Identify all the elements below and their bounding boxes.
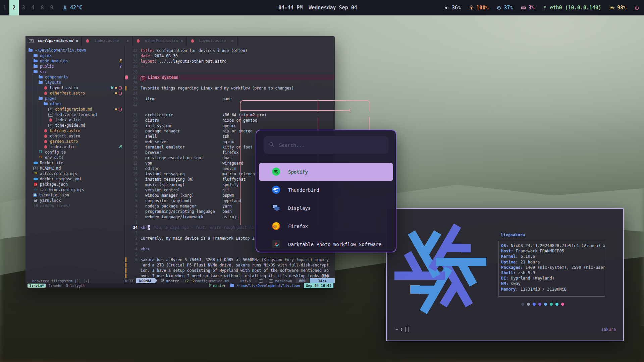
fastfetch-uptime: Uptime: 21 hours bbox=[501, 259, 605, 265]
git-branch: master bbox=[166, 278, 179, 284]
buffer-line[interactable]: 6sakura has a Ryzen 5 7640U, 32GB of DDR… bbox=[25, 257, 335, 262]
palette-dot-0 bbox=[521, 303, 524, 306]
nixos-logo bbox=[391, 217, 489, 322]
buffer-line[interactable]: 25Favorite things regarding Linux and my… bbox=[25, 85, 335, 91]
workspace-2[interactable]: 2 bbox=[9, 0, 19, 15]
brightness-value: 100% bbox=[476, 5, 488, 11]
buffer-line[interactable]: 31date: 2024-08-30 bbox=[25, 53, 335, 59]
network-icon bbox=[542, 5, 547, 10]
battery-value: 98% bbox=[617, 5, 626, 11]
cpu-module[interactable]: 37% bbox=[496, 5, 513, 11]
buffer-line[interactable]: 24 bbox=[25, 91, 335, 96]
spotify-icon bbox=[272, 167, 280, 177]
volume-module[interactable]: 36% bbox=[444, 5, 461, 11]
memory-module[interactable]: 3% bbox=[521, 5, 534, 11]
launcher-item-thunderbird[interactable]: Thunderbird bbox=[259, 181, 393, 199]
launcher-item-label: Spotify bbox=[288, 169, 308, 175]
tab-configuration.md[interactable]: Mconfiguration.md× bbox=[25, 36, 82, 46]
tmux-tab-1:nvim*[interactable]: 1:nvim* bbox=[28, 284, 46, 288]
buffer-line[interactable]: 271Linux systems bbox=[25, 75, 335, 80]
diff-added: +2 bbox=[184, 278, 189, 284]
power-icon bbox=[634, 5, 639, 10]
buffer-line[interactable] bbox=[25, 107, 335, 112]
tab-label: configuration.md bbox=[38, 38, 73, 44]
network-value: eth0 (10.0.0.140) bbox=[550, 5, 601, 11]
diff-changed: ~2 bbox=[191, 278, 195, 284]
temperature-module[interactable]: 42°C bbox=[62, 5, 82, 11]
launcher-item-spotify[interactable]: Spotify bbox=[259, 163, 393, 181]
app-launcher: SpotifyThunderbirdDisplaysFirefoxDarktab… bbox=[256, 130, 396, 252]
clock-date: Wednesday Sep 04 bbox=[309, 5, 357, 11]
buffer-line[interactable]: 23itemname bbox=[25, 96, 335, 102]
palette-dot-6 bbox=[555, 303, 558, 306]
palette-dot-3 bbox=[538, 303, 541, 306]
displays-icon bbox=[272, 203, 280, 213]
tmux-tabs: 1:nvim*2:node-3:lazygit bbox=[25, 283, 85, 288]
tmux-tab-3:lazygit[interactable]: 3:lazygit bbox=[66, 284, 85, 288]
close-icon[interactable]: × bbox=[126, 38, 129, 44]
git-branch-icon bbox=[161, 278, 165, 284]
workspace-9[interactable]: 9 bbox=[47, 0, 56, 15]
fastfetch-de: DE: Hyprland (Wayland) bbox=[501, 276, 605, 281]
buffer-line[interactable]: 22 bbox=[25, 102, 335, 107]
network-module[interactable]: eth0 (10.0.0.140) bbox=[542, 5, 601, 11]
workspace-3[interactable]: 3 bbox=[19, 0, 28, 15]
folder-icon bbox=[230, 284, 234, 288]
palette-dot-1 bbox=[527, 303, 530, 306]
tmux-status-bar: 1:nvim*2:node-3:lazygit master /home/liv… bbox=[25, 283, 335, 288]
launcher-item-displays[interactable]: Displays bbox=[259, 199, 393, 217]
workspace-switcher: 123489 bbox=[0, 0, 56, 15]
tmux-cwd: /home/liv/Development/liv.town bbox=[230, 283, 300, 288]
tmux-git-branch: master bbox=[208, 283, 226, 288]
buffer-line[interactable]: 19init systemopenrc bbox=[25, 123, 335, 128]
close-icon[interactable]: × bbox=[76, 38, 78, 44]
tmux-tab-2:node-[interactable]: 2:node- bbox=[48, 284, 63, 288]
fastfetch-shell: Shell: zsh 5.9 bbox=[501, 270, 605, 276]
buffer-line[interactable]: 5 bbox=[25, 252, 335, 257]
workspace-1[interactable]: 1 bbox=[0, 0, 9, 15]
workspace-8[interactable]: 8 bbox=[38, 0, 47, 15]
mode-indicator: NORMAL bbox=[136, 278, 155, 283]
close-icon[interactable]: × bbox=[231, 38, 234, 44]
buffer-line[interactable]: 29--- bbox=[25, 64, 335, 69]
buffer-line[interactable]: 21architecturex86_64 (rip m2 pro) bbox=[25, 112, 335, 118]
memory-icon bbox=[521, 5, 526, 10]
buffer-line[interactable]: 28 bbox=[25, 69, 335, 75]
prompt-text: ~ ❯ bbox=[395, 327, 403, 332]
fastfetch-os: OS: NixOS 24.11.20240828.71e91c4 (Vicuna… bbox=[501, 243, 605, 248]
fastfetch-info-box: OS: NixOS 24.11.20240828.71e91c4 (Vicuna… bbox=[498, 241, 605, 297]
buffer-line[interactable]: 32title: configuration for devices i use… bbox=[25, 48, 335, 53]
buffer-line[interactable]: and a 2TB (Crucial P5 Plus) NVMe drive. … bbox=[25, 262, 335, 268]
firefox-icon bbox=[272, 222, 280, 231]
volume-icon bbox=[444, 5, 449, 10]
git-branch-icon bbox=[208, 283, 212, 288]
palette-dot-4 bbox=[544, 303, 547, 306]
brightness-module[interactable]: 100% bbox=[469, 5, 488, 11]
battery-module[interactable]: 98% bbox=[609, 5, 626, 11]
launcher-item-darktable[interactable]: Darktable Photo Workflow Software bbox=[259, 235, 393, 252]
buffer-line[interactable]: 30layout: ../../layouts/otherPost.astro bbox=[25, 59, 335, 64]
brightness-icon bbox=[469, 5, 474, 10]
tab-index.astro[interactable]: index.astro× bbox=[82, 36, 132, 46]
tab-otherPost.astro[interactable]: otherPost.astro× bbox=[132, 36, 187, 46]
launcher-item-firefox[interactable]: Firefox bbox=[259, 217, 393, 235]
workspace-4[interactable]: 4 bbox=[28, 0, 38, 15]
cpu-icon bbox=[496, 5, 501, 10]
git-status: master › +2 ~2 bbox=[161, 278, 195, 283]
tab-Layout.astro[interactable]: Layout.astro× bbox=[187, 36, 237, 46]
clock-module[interactable]: 04:44 PM Wednesday Sep 04 bbox=[278, 0, 357, 15]
battery-icon bbox=[609, 5, 615, 10]
launcher-search[interactable] bbox=[264, 136, 388, 154]
buffer-line[interactable]: ion. I have a setup consisting of Hyprla… bbox=[25, 268, 335, 273]
search-input[interactable] bbox=[278, 142, 383, 148]
close-icon[interactable]: × bbox=[181, 38, 183, 44]
power-module[interactable] bbox=[634, 5, 639, 10]
status-bar: 123489 42°C 04:44 PM Wednesday Sep 04 36… bbox=[0, 0, 644, 15]
shell-prompt[interactable]: ~ ❯ bbox=[395, 327, 409, 332]
tab-label: otherPost.astro bbox=[145, 38, 178, 44]
buffer-line[interactable]: 26 bbox=[25, 80, 335, 85]
tmux-right-status: master /home/liv/Development/liv.town Se… bbox=[208, 283, 333, 288]
right-prompt-host: sakura bbox=[601, 327, 616, 332]
buffer-line[interactable]: 20distronixos or gentoo bbox=[25, 118, 335, 123]
cpu-value: 37% bbox=[504, 5, 513, 11]
